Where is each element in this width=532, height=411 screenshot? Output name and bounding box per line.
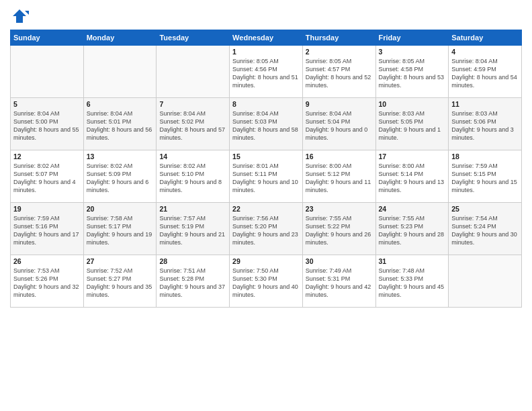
day-number: 30 [306, 257, 373, 265]
day-number: 11 [451, 100, 519, 108]
cell-info: Sunrise: 7:50 AM Sunset: 5:30 PM Dayligh… [232, 267, 300, 300]
calendar-cell: 12Sunrise: 8:02 AM Sunset: 5:07 PM Dayli… [11, 150, 84, 203]
calendar-cell: 22Sunrise: 7:56 AM Sunset: 5:20 PM Dayli… [230, 203, 303, 255]
day-number: 18 [451, 152, 519, 161]
calendar-cell [449, 255, 522, 308]
day-number: 21 [159, 205, 226, 213]
cell-info: Sunrise: 7:55 AM Sunset: 5:23 PM Dayligh… [379, 214, 446, 247]
calendar-cell: 5Sunrise: 8:04 AM Sunset: 5:00 PM Daylig… [11, 98, 84, 150]
day-number: 28 [159, 257, 226, 265]
cell-info: Sunrise: 8:00 AM Sunset: 5:12 PM Dayligh… [306, 162, 373, 195]
logo [10, 7, 31, 26]
calendar-cell: 17Sunrise: 8:00 AM Sunset: 5:14 PM Dayli… [375, 150, 449, 203]
calendar-cell: 7Sunrise: 8:04 AM Sunset: 5:02 PM Daylig… [157, 98, 230, 150]
calendar-cell: 23Sunrise: 7:55 AM Sunset: 5:22 PM Dayli… [302, 203, 375, 255]
day-number: 23 [306, 205, 373, 213]
weekday-header-row: SundayMondayTuesdayWednesdayThursdayFrid… [11, 30, 522, 46]
cell-info: Sunrise: 7:49 AM Sunset: 5:31 PM Dayligh… [306, 267, 373, 300]
cell-info: Sunrise: 7:58 AM Sunset: 5:17 PM Dayligh… [87, 214, 154, 247]
cell-info: Sunrise: 8:05 AM Sunset: 4:57 PM Dayligh… [306, 57, 373, 90]
day-number: 8 [232, 100, 300, 108]
calendar-cell: 21Sunrise: 7:57 AM Sunset: 5:19 PM Dayli… [157, 203, 230, 255]
calendar-week-4: 19Sunrise: 7:59 AM Sunset: 5:16 PM Dayli… [11, 203, 522, 255]
cell-info: Sunrise: 7:51 AM Sunset: 5:28 PM Dayligh… [159, 267, 226, 300]
cell-info: Sunrise: 8:05 AM Sunset: 4:58 PM Dayligh… [379, 57, 446, 90]
weekday-header-friday: Friday [375, 30, 449, 46]
cell-info: Sunrise: 7:56 AM Sunset: 5:20 PM Dayligh… [232, 214, 300, 247]
day-number: 17 [379, 152, 446, 161]
cell-info: Sunrise: 7:53 AM Sunset: 5:26 PM Dayligh… [13, 267, 81, 300]
calendar-week-5: 26Sunrise: 7:53 AM Sunset: 5:26 PM Dayli… [11, 255, 522, 308]
header [10, 7, 522, 26]
weekday-header-tuesday: Tuesday [157, 30, 230, 46]
weekday-header-monday: Monday [83, 30, 157, 46]
cell-info: Sunrise: 8:01 AM Sunset: 5:11 PM Dayligh… [232, 162, 300, 195]
calendar-cell: 11Sunrise: 8:03 AM Sunset: 5:06 PM Dayli… [449, 98, 522, 150]
cell-info: Sunrise: 8:04 AM Sunset: 5:03 PM Dayligh… [232, 109, 300, 142]
weekday-header-wednesday: Wednesday [230, 30, 303, 46]
day-number: 1 [232, 48, 300, 56]
calendar-cell: 13Sunrise: 8:02 AM Sunset: 5:09 PM Dayli… [83, 150, 157, 203]
cell-info: Sunrise: 8:05 AM Sunset: 4:56 PM Dayligh… [232, 57, 300, 90]
weekday-header-sunday: Sunday [11, 30, 84, 46]
cell-info: Sunrise: 7:48 AM Sunset: 5:33 PM Dayligh… [379, 267, 446, 300]
calendar-week-2: 5Sunrise: 8:04 AM Sunset: 5:00 PM Daylig… [11, 98, 522, 150]
day-number: 3 [379, 48, 446, 56]
calendar-cell: 14Sunrise: 8:02 AM Sunset: 5:10 PM Dayli… [157, 150, 230, 203]
day-number: 27 [87, 257, 154, 265]
day-number: 4 [451, 48, 519, 56]
day-number: 24 [379, 205, 446, 213]
calendar-table: SundayMondayTuesdayWednesdayThursdayFrid… [10, 30, 522, 308]
calendar-cell [11, 46, 84, 98]
cell-info: Sunrise: 7:59 AM Sunset: 5:16 PM Dayligh… [13, 214, 81, 247]
day-number: 29 [232, 257, 300, 265]
cell-info: Sunrise: 8:04 AM Sunset: 5:02 PM Dayligh… [159, 109, 226, 142]
cell-info: Sunrise: 8:02 AM Sunset: 5:09 PM Dayligh… [87, 162, 154, 195]
cell-info: Sunrise: 8:04 AM Sunset: 4:59 PM Dayligh… [451, 57, 519, 90]
calendar-cell: 20Sunrise: 7:58 AM Sunset: 5:17 PM Dayli… [83, 203, 157, 255]
cell-info: Sunrise: 7:52 AM Sunset: 5:27 PM Dayligh… [87, 267, 154, 300]
day-number: 5 [13, 100, 81, 108]
day-number: 9 [306, 100, 373, 108]
day-number: 14 [159, 152, 226, 161]
page-container: SundayMondayTuesdayWednesdayThursdayFrid… [0, 0, 532, 311]
calendar-cell: 29Sunrise: 7:50 AM Sunset: 5:30 PM Dayli… [230, 255, 303, 308]
calendar-cell: 10Sunrise: 8:03 AM Sunset: 5:05 PM Dayli… [375, 98, 449, 150]
day-number: 25 [451, 205, 519, 213]
calendar-cell: 19Sunrise: 7:59 AM Sunset: 5:16 PM Dayli… [11, 203, 84, 255]
day-number: 19 [13, 205, 81, 213]
day-number: 2 [306, 48, 373, 56]
calendar-cell: 4Sunrise: 8:04 AM Sunset: 4:59 PM Daylig… [449, 46, 522, 98]
day-number: 31 [379, 257, 446, 265]
calendar-cell: 15Sunrise: 8:01 AM Sunset: 5:11 PM Dayli… [230, 150, 303, 203]
day-number: 13 [87, 152, 154, 161]
calendar-cell: 18Sunrise: 7:59 AM Sunset: 5:15 PM Dayli… [449, 150, 522, 203]
calendar-cell: 6Sunrise: 8:04 AM Sunset: 5:01 PM Daylig… [83, 98, 157, 150]
cell-info: Sunrise: 8:02 AM Sunset: 5:10 PM Dayligh… [159, 162, 226, 195]
cell-info: Sunrise: 8:03 AM Sunset: 5:05 PM Dayligh… [379, 109, 446, 142]
weekday-header-saturday: Saturday [449, 30, 522, 46]
calendar-cell: 1Sunrise: 8:05 AM Sunset: 4:56 PM Daylig… [230, 46, 303, 98]
day-number: 15 [232, 152, 300, 161]
day-number: 26 [13, 257, 81, 265]
cell-info: Sunrise: 8:04 AM Sunset: 5:04 PM Dayligh… [306, 109, 373, 142]
calendar-cell [83, 46, 157, 98]
cell-info: Sunrise: 7:54 AM Sunset: 5:24 PM Dayligh… [451, 214, 519, 247]
cell-info: Sunrise: 8:04 AM Sunset: 5:00 PM Dayligh… [13, 109, 81, 142]
calendar-cell: 3Sunrise: 8:05 AM Sunset: 4:58 PM Daylig… [375, 46, 449, 98]
cell-info: Sunrise: 8:03 AM Sunset: 5:06 PM Dayligh… [451, 109, 519, 142]
cell-info: Sunrise: 8:00 AM Sunset: 5:14 PM Dayligh… [379, 162, 446, 195]
calendar-cell: 27Sunrise: 7:52 AM Sunset: 5:27 PM Dayli… [83, 255, 157, 308]
calendar-week-3: 12Sunrise: 8:02 AM Sunset: 5:07 PM Dayli… [11, 150, 522, 203]
cell-info: Sunrise: 8:02 AM Sunset: 5:07 PM Dayligh… [13, 162, 81, 195]
calendar-cell: 30Sunrise: 7:49 AM Sunset: 5:31 PM Dayli… [302, 255, 375, 308]
weekday-header-thursday: Thursday [302, 30, 375, 46]
cell-info: Sunrise: 8:04 AM Sunset: 5:01 PM Dayligh… [87, 109, 154, 142]
calendar-cell: 8Sunrise: 8:04 AM Sunset: 5:03 PM Daylig… [230, 98, 303, 150]
calendar-cell [157, 46, 230, 98]
day-number: 22 [232, 205, 300, 213]
calendar-cell: 9Sunrise: 8:04 AM Sunset: 5:04 PM Daylig… [302, 98, 375, 150]
calendar-cell: 31Sunrise: 7:48 AM Sunset: 5:33 PM Dayli… [375, 255, 449, 308]
day-number: 10 [379, 100, 446, 108]
day-number: 16 [306, 152, 373, 161]
